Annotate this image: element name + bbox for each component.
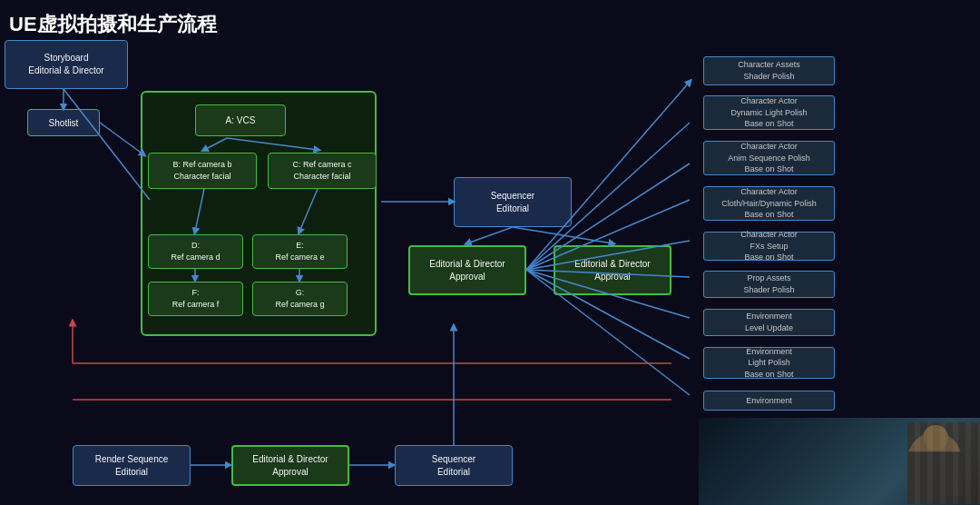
cam-c-box: C: Ref camera cCharacter facial: [268, 153, 377, 189]
storyboard-label: StoryboardEditorial & Director: [28, 52, 103, 77]
cam-b-box: B: Ref camera bCharacter facial: [148, 153, 257, 189]
bottom-editorial-approval-label: Editorial & DirectorApproval: [252, 453, 328, 479]
right-box-7-label: EnvironmentLevel Update: [745, 311, 793, 333]
right-box-9: Environment: [703, 391, 835, 411]
right-box-6: Prop AssetsShader Polish: [703, 271, 835, 298]
right-box-7: EnvironmentLevel Update: [703, 309, 835, 336]
video-area: [699, 418, 980, 505]
cam-c-label: C: Ref camera cCharacter facial: [292, 159, 351, 182]
render-sequence-box: Render SequenceEditorial: [73, 445, 191, 486]
right-box-9-label: Environment: [746, 395, 792, 407]
cam-d-label: D:Ref camera d: [171, 240, 220, 262]
cam-e-label: E:Ref camera e: [275, 240, 324, 262]
render-sequence-label: Render SequenceEditorial: [95, 453, 169, 479]
video-person: [699, 418, 980, 505]
vcs-box: A: VCS: [195, 104, 286, 136]
editorial-approval-right: Editorial & DirectorApproval: [554, 245, 671, 295]
right-box-3: Character ActorAnim Sequence PolishBase …: [703, 141, 835, 175]
seq-editorial-top-label: SequencerEditorial: [491, 190, 534, 215]
editorial-approval-left-label: Editorial & DirectorApproval: [429, 258, 505, 283]
cam-d-box: D:Ref camera d: [148, 234, 243, 269]
right-box-1-label: Character AssetsShader Polish: [738, 59, 800, 82]
right-box-6-label: Prop AssetsShader Polish: [743, 272, 794, 295]
right-box-2: Character ActorDynamic Light PolishBase …: [703, 95, 835, 130]
right-box-8: EnvironmentLight PolishBase on Shot: [703, 347, 835, 379]
right-box-4: Character ActorCloth/Hair/Dynamic Polish…: [703, 186, 835, 221]
right-box-5: Character ActorFXs SetupBase on Shot: [703, 232, 835, 261]
shotlist-box: Shotlist: [27, 109, 100, 136]
storyboard-box: StoryboardEditorial & Director: [5, 40, 128, 89]
right-box-8-label: EnvironmentLight PolishBase on Shot: [744, 346, 793, 381]
right-box-1: Character AssetsShader Polish: [703, 56, 835, 85]
vcs-label: A: VCS: [226, 115, 256, 125]
bottom-sequencer-editorial: SequencerEditorial: [395, 445, 513, 486]
cam-f-box: F:Ref camera f: [148, 282, 243, 316]
cam-g-box: G:Ref camera g: [252, 282, 348, 316]
shotlist-label: Shotlist: [49, 118, 79, 128]
cam-g-label: G:Ref camera g: [275, 287, 324, 310]
right-box-3-label: Character ActorAnim Sequence PolishBase …: [728, 141, 810, 175]
sequencer-editorial-top: SequencerEditorial: [454, 177, 572, 227]
cam-f-label: F:Ref camera f: [172, 287, 220, 310]
cam-b-label: B: Ref camera bCharacter facial: [172, 159, 231, 182]
bottom-sequencer-editorial-label: SequencerEditorial: [432, 453, 475, 479]
right-box-5-label: Character ActorFXs SetupBase on Shot: [740, 229, 798, 263]
bottom-editorial-approval: Editorial & DirectorApproval: [231, 445, 349, 486]
editorial-approval-left: Editorial & DirectorApproval: [408, 245, 526, 295]
editorial-approval-right-label: Editorial & DirectorApproval: [574, 258, 650, 283]
right-panel: Character AssetsShader Polish Character …: [699, 0, 980, 418]
cam-e-box: E:Ref camera e: [252, 234, 348, 269]
right-box-4-label: Character ActorCloth/Hair/Dynamic Polish…: [721, 186, 817, 221]
right-box-2-label: Character ActorDynamic Light PolishBase …: [730, 95, 807, 130]
page-title: UE虚拟拍摄和生产流程: [9, 11, 217, 38]
